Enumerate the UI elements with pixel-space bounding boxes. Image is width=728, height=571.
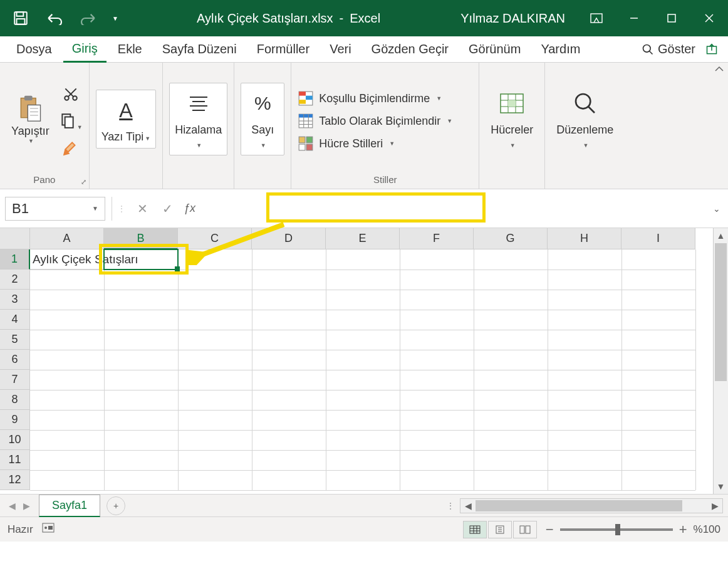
number-format-button[interactable]: % Sayı▼ — [241, 83, 284, 155]
font-button[interactable]: A Yazı Tipi▼ — [96, 90, 157, 149]
share-button[interactable] — [703, 41, 720, 58]
sheet-nav-prev[interactable]: ◀ — [9, 501, 16, 511]
editing-button[interactable]: Düzenleme▼ — [551, 83, 618, 154]
col-header-H[interactable]: H — [548, 228, 621, 249]
sheet-tab-active[interactable]: Sayfa1 — [39, 495, 100, 517]
alignment-button[interactable]: Hizalama▼ — [169, 83, 227, 155]
paste-button[interactable]: Yapıştır▼ — [6, 90, 55, 149]
col-header-A[interactable]: A — [30, 228, 104, 249]
scroll-up-button[interactable]: ▲ — [714, 228, 728, 243]
format-as-table-button[interactable]: Tablo Olarak Biçimlendir▼ — [298, 113, 472, 129]
row-header-2[interactable]: 2 — [0, 270, 30, 290]
row-header-5[interactable]: 5 — [0, 330, 30, 350]
redo-button[interactable] — [74, 4, 103, 33]
view-page-break-button[interactable] — [513, 521, 537, 538]
collapse-ribbon-button[interactable] — [714, 65, 724, 75]
clipboard-dialog-launcher[interactable]: ⤢ — [81, 178, 86, 186]
spreadsheet-grid[interactable]: A B C D E F G H I 1 2 3 4 5 6 7 8 9 — [0, 228, 728, 494]
format-painter-button[interactable] — [63, 140, 79, 158]
row-header-9[interactable]: 9 — [0, 410, 30, 430]
row-header-4[interactable]: 4 — [0, 310, 30, 330]
col-header-F[interactable]: F — [400, 228, 474, 249]
scroll-left-button[interactable]: ◀ — [460, 501, 476, 511]
row-header-3[interactable]: 3 — [0, 290, 30, 310]
scroll-right-button[interactable]: ▶ — [707, 501, 722, 511]
horizontal-scrollbar[interactable]: ◀ ▶ — [460, 498, 723, 513]
scroll-down-button[interactable]: ▼ — [714, 479, 728, 494]
status-bar: Hazır − + %100 — [0, 516, 728, 542]
row-header-11[interactable]: 11 — [0, 450, 30, 470]
sheet-tab-split[interactable]: ⋮ — [441, 501, 460, 511]
group-number: % Sayı▼ . — [234, 63, 291, 189]
name-box[interactable]: B1 ▼ — [5, 197, 105, 221]
zoom-in-button[interactable]: + — [679, 521, 687, 538]
sheet-nav-next[interactable]: ▶ — [23, 501, 30, 511]
tab-view[interactable]: Görünüm — [460, 37, 529, 61]
tab-data[interactable]: Veri — [321, 37, 360, 61]
insert-function-button[interactable]: ƒx — [180, 202, 199, 215]
format-as-table-label: Tablo Olarak Biçimlendir — [319, 115, 440, 128]
cancel-formula-button[interactable]: ✕ — [130, 197, 155, 221]
vertical-scrollbar[interactable]: ▲ ▼ — [713, 228, 728, 494]
view-page-layout-button[interactable] — [488, 521, 512, 538]
zoom-slider[interactable] — [560, 528, 673, 531]
tab-review[interactable]: Gözden Geçir — [363, 37, 457, 61]
tab-help[interactable]: Yardım — [532, 37, 589, 61]
row-header-12[interactable]: 12 — [0, 470, 30, 490]
save-button[interactable] — [6, 4, 35, 33]
svg-rect-46 — [508, 100, 516, 107]
row-header-10[interactable]: 10 — [0, 430, 30, 450]
macro-record-icon[interactable] — [42, 523, 55, 536]
col-header-D[interactable]: D — [252, 228, 326, 249]
tab-page-layout[interactable]: Sayfa Düzeni — [153, 37, 246, 61]
tell-me-label: Göster — [658, 42, 695, 56]
enter-formula-button[interactable]: ✓ — [155, 197, 180, 221]
view-normal-button[interactable] — [463, 521, 487, 538]
row-header-8[interactable]: 8 — [0, 390, 30, 410]
zoom-out-button[interactable]: − — [546, 521, 554, 538]
column-headers: A B C D E F G H I — [30, 228, 695, 249]
col-header-E[interactable]: E — [326, 228, 400, 249]
minimize-button[interactable] — [615, 0, 653, 36]
vscroll-thumb[interactable] — [715, 243, 727, 381]
cut-button[interactable] — [63, 86, 79, 104]
sheet-tab-bar: ◀ ▶ Sayfa1 + ⋮ ◀ ▶ — [0, 494, 728, 516]
conditional-formatting-button[interactable]: Koşullu Biçimlendirme▼ — [298, 90, 472, 107]
col-header-B[interactable]: B — [104, 228, 178, 249]
svg-rect-54 — [470, 526, 480, 533]
formula-input[interactable] — [199, 197, 713, 221]
maximize-button[interactable] — [653, 0, 690, 36]
col-header-G[interactable]: G — [474, 228, 548, 249]
copy-button[interactable]: ▼ — [60, 113, 83, 131]
svg-point-8 — [643, 45, 650, 52]
zoom-slider-thumb[interactable] — [615, 524, 620, 535]
select-all-button[interactable] — [0, 228, 30, 249]
svg-rect-63 — [520, 526, 524, 533]
zoom-level[interactable]: %100 — [694, 523, 720, 536]
tab-formulas[interactable]: Formüller — [248, 37, 318, 61]
col-header-I[interactable]: I — [621, 228, 695, 249]
new-sheet-button[interactable]: + — [107, 496, 125, 515]
cells-area[interactable]: Aylık Çiçek Satışları — [30, 249, 695, 490]
tab-file[interactable]: Dosya — [8, 37, 61, 61]
close-button[interactable] — [690, 0, 728, 36]
expand-formula-bar-button[interactable]: ⌄ — [713, 204, 728, 214]
cell-styles-button[interactable]: Hücre Stilleri▼ — [298, 135, 472, 152]
group-label-styles: Stiller — [373, 172, 397, 186]
qat-customize-dropdown[interactable]: ▼ — [108, 4, 123, 33]
tab-insert[interactable]: Ekle — [109, 37, 151, 61]
hscroll-thumb[interactable] — [476, 500, 682, 511]
tell-me-search[interactable]: Göster — [642, 42, 695, 56]
undo-button[interactable] — [40, 4, 69, 33]
row-header-6[interactable]: 6 — [0, 350, 30, 370]
col-header-C[interactable]: C — [178, 228, 252, 249]
cells-button[interactable]: Hücreler▼ — [486, 83, 538, 154]
ribbon-display-options-button[interactable] — [578, 0, 615, 36]
row-header-7[interactable]: 7 — [0, 370, 30, 390]
cell-A1[interactable]: Aylık Çiçek Satışları — [30, 249, 178, 270]
svg-rect-5 — [668, 14, 675, 22]
tab-home[interactable]: Giriş — [63, 36, 107, 63]
group-cells: Hücreler▼ . — [479, 63, 545, 189]
ribbon-tabs: Dosya Giriş Ekle Sayfa Düzeni Formüller … — [0, 36, 728, 63]
row-header-1[interactable]: 1 — [0, 249, 30, 270]
